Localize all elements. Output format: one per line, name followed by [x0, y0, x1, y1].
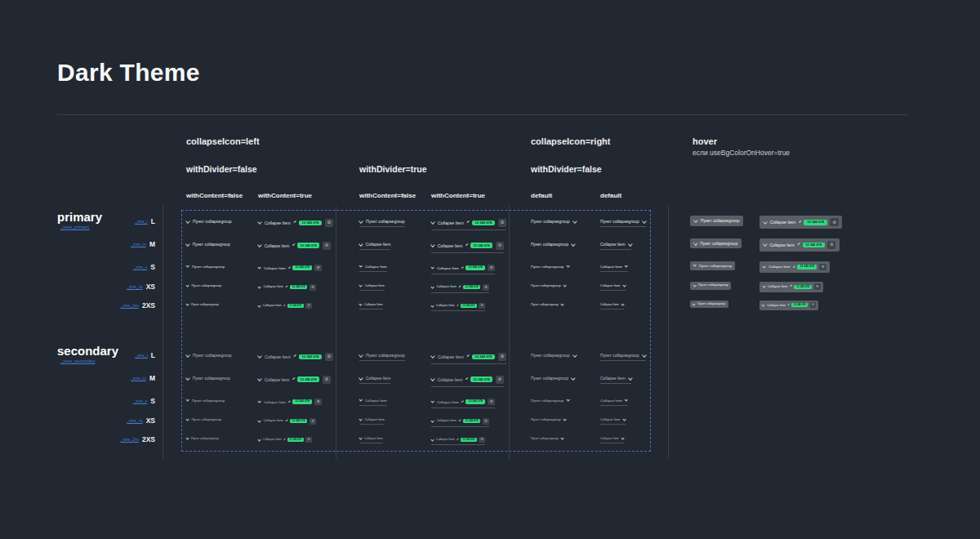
- collapse-group-primary-row4[interactable]: Пункт collapsegroup: [690, 282, 731, 290]
- collapse-item-primary-row3[interactable]: Collapse Item✔12 345 678⚙: [760, 261, 830, 273]
- collapse-item-secondary-row3[interactable]: Collapse Item✔12 345 678⚙: [258, 399, 322, 405]
- collapse-group-primary-row5[interactable]: Пункт collapsegroup: [531, 303, 564, 306]
- collapse-item-secondary-row5[interactable]: Collapse Item: [600, 437, 624, 443]
- collapse-group-secondary-row3[interactable]: Пункт collapsegroup: [531, 399, 569, 403]
- gear-button[interactable]: ⚙: [325, 219, 333, 227]
- collapse-item-primary-row3[interactable]: Collapse Item: [359, 265, 387, 272]
- gear-button[interactable]: ⚙: [488, 399, 495, 405]
- collapse-item-primary-row4[interactable]: Collapse Item✔12 345 678⚙: [258, 284, 316, 291]
- collapse-group-secondary-row1[interactable]: Пункт collapsegroup: [531, 353, 577, 358]
- gear-button[interactable]: ⚙: [305, 303, 311, 309]
- collapse-group-primary-row5[interactable]: Пункт collapsegroup: [690, 301, 728, 308]
- collapse-label: Пункт collapsegroup: [193, 242, 230, 247]
- collapse-group-secondary-row1[interactable]: Пункт collapsegroup: [186, 353, 232, 358]
- collapse-item-primary-row5[interactable]: Collapse Item✔12 345 678⚙: [760, 301, 818, 310]
- collapse-group-primary-row3[interactable]: Пункт collapsegroup: [186, 265, 225, 269]
- collapse-group-secondary-row2[interactable]: Пункт collapsegroup: [186, 376, 230, 381]
- collapse-item-primary-row3[interactable]: Collapse Item✔12 345 678⚙: [258, 265, 322, 271]
- collapse-item-secondary-row4[interactable]: Collapse Item: [359, 418, 385, 425]
- collapse-item-secondary-row1[interactable]: Collapse Item✔12 345 678⚙: [258, 353, 333, 361]
- gear-button[interactable]: ⚙: [830, 218, 838, 226]
- collapse-item-primary-row1[interactable]: Collapse Item✔12 345 678⚙: [760, 216, 842, 229]
- gear-button[interactable]: ⚙: [479, 303, 484, 309]
- collapse-group-secondary-row4[interactable]: Пункт collapsegroup: [531, 418, 566, 422]
- collapse-item-primary-row1[interactable]: Collapse Item✔12 345 678⚙: [258, 219, 333, 227]
- collapse-item-primary-row5[interactable]: Collapse Item✔12 345 678⚙: [431, 303, 485, 311]
- gear-button[interactable]: ⚙: [483, 418, 489, 425]
- collapse-item-primary-row4[interactable]: Collapse Item✔12 345 678⚙: [431, 284, 489, 293]
- collapse-item-primary-row3[interactable]: Collapse Item: [600, 265, 628, 272]
- gear-button[interactable]: ⚙: [314, 399, 322, 405]
- collapse-group-secondary-row2[interactable]: Пункт collapsegroup: [531, 376, 575, 381]
- collapse-item-secondary-row5[interactable]: Collapse Item✔12 345 678⚙: [258, 437, 312, 443]
- collapse-item-primary-row3[interactable]: Collapse Item✔12 345 678⚙: [431, 265, 495, 274]
- collapse-item-secondary-row3[interactable]: Collapse Item✔12 345 678⚙: [431, 399, 495, 408]
- collapse-item-secondary-row5[interactable]: Collapse Item: [359, 437, 383, 443]
- collapse-item-primary-row4[interactable]: Collapse Item: [359, 284, 385, 291]
- collapse-item-secondary-row2[interactable]: Collapse Item: [600, 376, 631, 384]
- collapse-group-primary-row4[interactable]: Пункт collapsegroup: [186, 284, 221, 288]
- collapse-group-secondary-row5[interactable]: Пункт collapsegroup: [186, 437, 219, 440]
- collapse-group-primary-row1[interactable]: Пункт collapsegroup: [359, 219, 405, 227]
- collapse-group-primary-row1[interactable]: Пункт collapsegroup: [600, 219, 646, 227]
- collapse-group-primary-row2[interactable]: Пункт collapsegroup: [186, 242, 230, 247]
- collapse-group-primary-row3[interactable]: Пункт collapsegroup: [690, 261, 735, 270]
- check-icon: ✔: [797, 243, 800, 247]
- gear-icon: ⚙: [317, 400, 320, 403]
- gear-button[interactable]: ⚙: [314, 265, 322, 271]
- collapse-item-secondary-row4[interactable]: Collapse Item✔12 345 678⚙: [431, 418, 489, 427]
- collapse-group-primary-row2[interactable]: Пункт collapsegroup: [690, 238, 742, 248]
- collapse-item-primary-row5[interactable]: Collapse Item: [600, 303, 624, 310]
- gear-button[interactable]: ⚙: [323, 376, 331, 384]
- collapse-item-primary-row5[interactable]: Collapse Item✔12 345 678⚙: [258, 303, 312, 309]
- collapse-group-primary-row1[interactable]: Пункт collapsegroup: [186, 219, 232, 224]
- collapse-item-secondary-row4[interactable]: Collapse Item✔12 345 678⚙: [258, 418, 316, 425]
- chevron-down-icon: [359, 265, 363, 269]
- collapse-group-primary-row5[interactable]: Пункт collapsegroup: [186, 303, 219, 306]
- gear-button[interactable]: ⚙: [325, 353, 333, 361]
- gear-button[interactable]: ⚙: [310, 418, 316, 425]
- gear-button[interactable]: ⚙: [814, 283, 821, 290]
- collapse-item-primary-row2[interactable]: Collapse Item✔12 345 678⚙: [760, 238, 840, 252]
- gear-button[interactable]: ⚙: [305, 437, 311, 443]
- collapse-group-secondary-row5[interactable]: Пункт collapsegroup: [531, 437, 564, 440]
- collapse-item-secondary-row4[interactable]: Collapse Item: [600, 418, 626, 425]
- collapse-group-secondary-row3[interactable]: Пункт collapsegroup: [186, 399, 225, 403]
- collapse-group-primary-row3[interactable]: Пункт collapsegroup: [531, 265, 569, 269]
- collapse-group-primary-row1[interactable]: Пункт collapsegroup: [690, 216, 743, 226]
- size-tag: _size_xs: [127, 418, 142, 423]
- collapse-item-secondary-row2[interactable]: Collapse Item✔12 345 678⚙: [258, 376, 331, 384]
- collapse-item-primary-row4[interactable]: Collapse Item✔12 345 678⚙: [760, 282, 823, 292]
- gear-button[interactable]: ⚙: [488, 265, 495, 271]
- gear-button[interactable]: ⚙: [810, 302, 816, 308]
- collapse-group-primary-row1[interactable]: Пункт collapsegroup: [531, 219, 577, 224]
- collapse-item-primary-row2[interactable]: Collapse Item✔12 345 678⚙: [258, 242, 331, 250]
- collapse-item-secondary-row1[interactable]: Collapse Item✔12 345 678⚙: [431, 353, 506, 364]
- collapse-item-secondary-row5[interactable]: Collapse Item✔12 345 678⚙: [431, 437, 485, 445]
- gear-button[interactable]: ⚙: [827, 241, 835, 249]
- gear-button[interactable]: ⚙: [819, 264, 826, 270]
- collapse-group-primary-row4[interactable]: Пункт collapsegroup: [531, 284, 566, 288]
- collapse-item-primary-row5[interactable]: Collapse Item: [359, 303, 383, 310]
- gear-button[interactable]: ⚙: [483, 284, 489, 291]
- gear-button[interactable]: ⚙: [496, 242, 504, 250]
- collapse-group-secondary-row1[interactable]: Пункт collapsegroup: [359, 353, 405, 361]
- gear-button[interactable]: ⚙: [310, 284, 316, 291]
- gear-button[interactable]: ⚙: [479, 437, 484, 443]
- collapse-group-primary-row2[interactable]: Пункт collapsegroup: [531, 242, 575, 247]
- collapse-item-secondary-row3[interactable]: Collapse Item: [600, 399, 628, 406]
- collapse-item-primary-row2[interactable]: Collapse Item: [600, 242, 631, 250]
- collapse-group-secondary-row1[interactable]: Пункт collapsegroup: [600, 353, 646, 361]
- gear-button[interactable]: ⚙: [498, 353, 506, 361]
- collapse-item-primary-row2[interactable]: Collapse Item: [359, 242, 390, 250]
- collapse-item-secondary-row3[interactable]: Collapse Item: [359, 399, 387, 406]
- collapse-item-secondary-row2[interactable]: Collapse Item: [359, 376, 390, 384]
- gear-button[interactable]: ⚙: [498, 219, 506, 227]
- gear-button[interactable]: ⚙: [496, 376, 504, 384]
- collapse-item-primary-row1[interactable]: Collapse Item✔12 345 678⚙: [431, 219, 506, 230]
- collapse-group-secondary-row4[interactable]: Пункт collapsegroup: [186, 418, 221, 422]
- collapse-item-secondary-row2[interactable]: Collapse Item✔12 345 678⚙: [431, 376, 504, 387]
- collapse-item-primary-row2[interactable]: Collapse Item✔12 345 678⚙: [431, 242, 504, 253]
- collapse-item-primary-row4[interactable]: Collapse Item: [600, 284, 626, 291]
- gear-button[interactable]: ⚙: [323, 242, 331, 250]
